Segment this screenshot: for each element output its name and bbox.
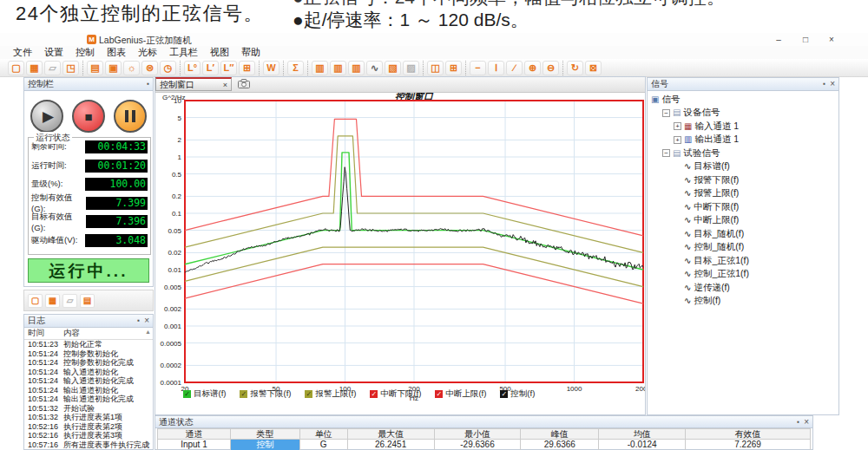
tree-item-控制_正弦1(f)[interactable]: ∿控制_正弦1(f) [649, 268, 838, 282]
log-row[interactable]: 10:51:24输入通道初始化完成 [24, 376, 153, 386]
legend-checkbox[interactable]: ✓ [305, 390, 312, 398]
play-button[interactable]: ▶ [30, 100, 63, 133]
level-degree-icon[interactable]: L° [184, 61, 201, 75]
log-row[interactable]: 10:51:32执行进度表第1项 [24, 413, 153, 422]
tree-item-逆传递(f)[interactable]: ∿逆传递(f) [649, 281, 838, 295]
refresh-icon[interactable]: ↻ [567, 61, 583, 75]
expand-icon[interactable]: + [674, 122, 681, 130]
log-row[interactable]: 10:52:16执行进度表第3项 [24, 431, 153, 440]
tile-grid-icon[interactable]: ⊞ [445, 61, 462, 75]
tree-item-输入通道 1[interactable]: +▦输入通道 1 [649, 120, 838, 134]
print-icon[interactable]: ▤ [87, 61, 103, 75]
tree-item-目标_正弦1(f)[interactable]: ∿目标_正弦1(f) [649, 254, 838, 268]
clock-icon[interactable]: ◷ [160, 61, 176, 75]
menu-item-工具栏[interactable]: 工具栏 [163, 46, 204, 59]
minimize-button[interactable]: – [770, 34, 787, 45]
legend-checkbox[interactable]: ✓ [500, 390, 508, 398]
cursor-vertical-icon[interactable]: Ⅰ [488, 61, 504, 75]
fit-view-icon[interactable]: ⊠ [585, 61, 602, 75]
log-row[interactable]: 10:51:24控制参数初始化 [24, 349, 153, 359]
pin-icon[interactable]: ▪ [797, 418, 799, 427]
legend-item-中断上限(f)[interactable]: ✓中断上限(f) [435, 388, 486, 400]
menu-item-视图[interactable]: 视图 [204, 46, 235, 59]
legend-item-报警上限(f)[interactable]: ✓报警上限(f) [305, 388, 356, 400]
tree-item-控制(f)[interactable]: ∿控制(f) [649, 295, 838, 309]
scroll-up-icon[interactable]: ▲ [145, 329, 151, 335]
menu-item-文件[interactable]: 文件 [7, 46, 38, 59]
edit-chart-icon[interactable]: ▧ [385, 61, 401, 75]
zoom-out-icon[interactable]: ⊖ [542, 61, 559, 75]
scroll-down-icon[interactable]: ▼ [145, 441, 151, 447]
log-row[interactable]: 10:51:23初始化正常 [24, 340, 153, 349]
tab-control-window[interactable]: 控制窗口 × [155, 77, 232, 91]
pin-icon[interactable]: ▪ [137, 316, 140, 325]
pin-icon[interactable]: ▪ [147, 80, 149, 88]
legend-item-控制(f)[interactable]: ✓控制(f) [500, 388, 535, 400]
zoom-in-icon[interactable]: ⊕ [524, 61, 541, 75]
close-icon[interactable]: × [144, 316, 149, 326]
collapse-icon[interactable]: − [662, 109, 670, 117]
log-row[interactable]: 10:51:24控制参数初始化完成 [24, 358, 153, 368]
save-file-icon[interactable]: ▦ [26, 61, 43, 75]
log-row[interactable]: 10:51:24输出通道初始化 [24, 386, 153, 395]
pause-button[interactable] [114, 100, 147, 133]
schedule-icon[interactable]: ⊜ [141, 61, 158, 75]
bar-chart-2-icon[interactable]: ▥ [330, 61, 346, 75]
tree-item-目标_随机(f)[interactable]: ∿目标_随机(f) [649, 227, 838, 241]
tab-close-icon[interactable]: × [223, 81, 227, 89]
legend-item-中断下限(f)[interactable]: ✓中断下限(f) [370, 388, 421, 400]
tree-item-目标谱(f)[interactable]: ∿目标谱(f) [649, 160, 838, 174]
legend-checkbox[interactable]: ✓ [435, 390, 443, 398]
word-report-icon[interactable]: W [263, 61, 279, 75]
close-icon[interactable]: × [804, 417, 809, 427]
tree-item-设备信号[interactable]: −▤设备信号 [649, 107, 838, 121]
close-button[interactable]: × [823, 34, 840, 45]
menu-item-控制[interactable]: 控制 [69, 46, 101, 59]
screenshot-icon[interactable]: ▣ [105, 61, 122, 75]
tree-item-报警上限(f)[interactable]: ∿报警上限(f) [649, 187, 838, 201]
menu-item-图表[interactable]: 图表 [101, 46, 132, 59]
legend-checkbox[interactable]: ✓ [183, 390, 191, 398]
sigma-stats-icon[interactable]: Σ [287, 61, 304, 75]
level-up-icon[interactable]: L′ [202, 61, 219, 75]
menu-item-帮助[interactable]: 帮助 [235, 46, 266, 59]
snapshot-button[interactable] [235, 77, 253, 90]
tree-item-控制_随机(f)[interactable]: ∿控制_随机(f) [649, 241, 838, 255]
settings-gear-icon[interactable]: ☼ [123, 61, 140, 75]
expand-icon[interactable]: + [674, 136, 681, 144]
bar-chart-1-icon[interactable]: ▥ [312, 61, 328, 75]
tree-item-信号[interactable]: ▣信号 [649, 93, 838, 107]
table-row[interactable]: Input 1控制G26.2451-29.636629.6366-0.01247… [157, 440, 811, 450]
collapse-icon[interactable]: − [662, 149, 670, 157]
close-icon[interactable]: × [830, 79, 835, 89]
tile-vertical-icon[interactable]: ◫ [427, 61, 444, 75]
log-row[interactable]: 10:51:32开始试验 [24, 404, 153, 414]
cursor-horizontal-icon[interactable]: − [470, 61, 486, 75]
pin-icon[interactable]: ▪ [823, 80, 825, 88]
log-row[interactable]: 10:52:16执行进度表第2项 [24, 422, 153, 432]
log-row[interactable]: 10:51:24输入通道初始化 [24, 368, 153, 377]
tree-item-中断下限(f)[interactable]: ∿中断下限(f) [649, 200, 838, 214]
copy-window-icon[interactable]: ⊞ [239, 61, 255, 75]
tree-item-报警下限(f)[interactable]: ∿报警下限(f) [649, 173, 838, 187]
legend-item-报警下限(f)[interactable]: ✓报警下限(f) [240, 388, 291, 400]
new-file-icon[interactable]: ▢ [8, 61, 24, 75]
menu-item-光标[interactable]: 光标 [132, 46, 163, 59]
tree-item-中断上限(f)[interactable]: ∿中断上限(f) [649, 214, 838, 228]
legend-checkbox[interactable]: ✓ [370, 390, 378, 398]
legend-item-目标谱(f)[interactable]: ✓目标谱(f) [183, 388, 226, 400]
mini-new-icon[interactable]: ▢ [28, 294, 43, 308]
export-file-icon[interactable]: ◳ [62, 61, 79, 75]
bar-chart-3-icon[interactable]: ▥ [348, 61, 365, 75]
log-row[interactable]: 10:51:24输出通道初始化完成 [24, 395, 153, 404]
menu-item-设置[interactable]: 设置 [38, 46, 69, 59]
tree-item-输出通道 1[interactable]: +▥输出通道 1 [649, 134, 838, 147]
tree-item-试验信号[interactable]: −▤试验信号 [649, 147, 838, 160]
mini-print-icon[interactable]: ▤ [80, 294, 95, 308]
stop-button[interactable]: ■ [72, 100, 105, 133]
mini-save-icon[interactable]: ▦ [45, 294, 60, 308]
level-down-icon[interactable]: L″ [220, 61, 237, 75]
legend-checkbox[interactable]: ✓ [240, 390, 247, 398]
cursor-slash-icon[interactable]: ∕ [506, 61, 523, 75]
spectrum-chart-icon[interactable]: ∿ [366, 61, 383, 75]
